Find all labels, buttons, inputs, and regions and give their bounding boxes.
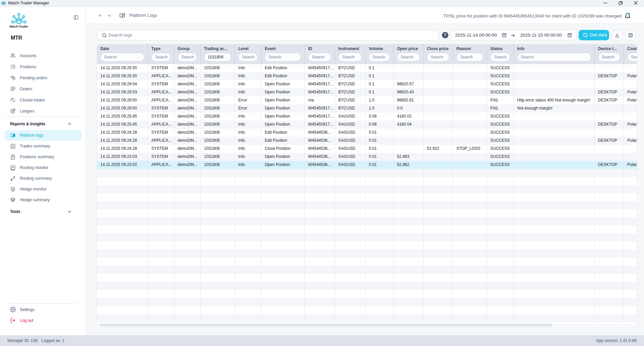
svg-text:@: @ [12,188,14,191]
